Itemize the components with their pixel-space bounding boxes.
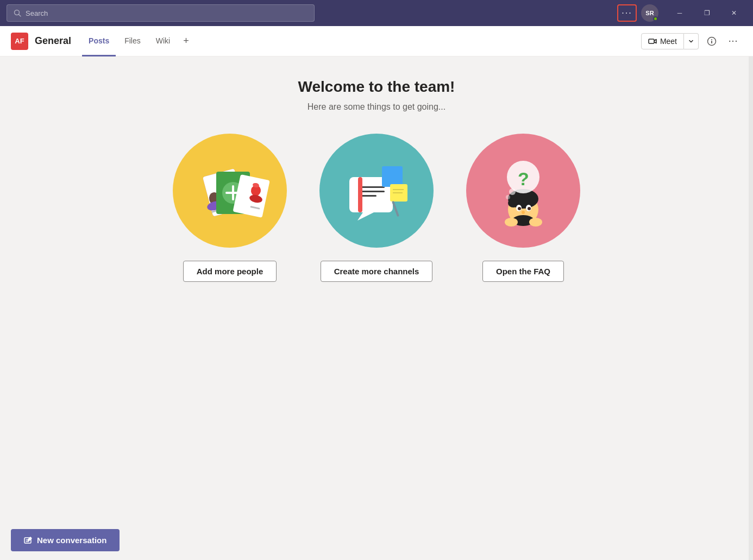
more-options-button[interactable]: ··· <box>617 4 637 22</box>
tab-posts[interactable]: Posts <box>82 27 116 56</box>
svg-rect-2 <box>649 39 654 43</box>
svg-point-43 <box>509 188 516 195</box>
ellipsis-icon: ··· <box>729 37 738 46</box>
channel-tabs: Posts Files Wiki + <box>82 26 641 56</box>
scrollbar[interactable] <box>749 56 753 560</box>
new-conversation-button[interactable]: New conversation <box>11 529 120 551</box>
titlebar-right: ··· SR ─ ❐ ✕ <box>617 4 746 22</box>
tab-files[interactable]: Files <box>118 27 147 56</box>
welcome-section: Welcome to the team! Here are some thing… <box>0 56 753 520</box>
svg-point-36 <box>518 207 521 210</box>
welcome-subtitle: Here are some things to get going... <box>0 102 753 112</box>
welcome-title: Welcome to the team! <box>0 78 753 96</box>
info-icon <box>707 36 717 46</box>
svg-marker-21 <box>357 212 374 221</box>
minimize-button[interactable]: ─ <box>667 4 692 22</box>
svg-point-41 <box>529 218 542 226</box>
header-actions: Meet ··· <box>641 33 742 50</box>
tab-wiki[interactable]: Wiki <box>149 27 177 56</box>
svg-line-1 <box>19 15 21 17</box>
channel-more-button[interactable]: ··· <box>725 33 742 50</box>
new-conversation-bar: New conversation <box>0 520 753 560</box>
svg-point-40 <box>505 218 518 226</box>
meet-dropdown-button[interactable] <box>684 33 699 49</box>
add-more-people-button[interactable]: Add more people <box>183 261 277 282</box>
svg-rect-24 <box>360 195 376 197</box>
action-cards: Add more people <box>0 134 753 282</box>
search-bar[interactable]: Search <box>7 4 315 22</box>
svg-point-37 <box>528 207 531 210</box>
online-status-indicator <box>653 16 658 21</box>
restore-button[interactable]: ❐ <box>694 4 719 22</box>
channel-name: General <box>35 35 71 47</box>
open-faq-card: ? Open the FAQ <box>466 134 580 282</box>
close-button[interactable]: ✕ <box>721 4 746 22</box>
main-content: Welcome to the team! Here are some thing… <box>0 56 753 560</box>
search-placeholder: Search <box>26 9 48 17</box>
svg-rect-28 <box>392 201 399 217</box>
compose-icon <box>24 536 33 545</box>
svg-rect-25 <box>358 177 362 212</box>
channel-header: AF General Posts Files Wiki + Meet <box>0 26 753 56</box>
meet-button-group: Meet <box>641 33 699 49</box>
info-button[interactable] <box>703 33 720 50</box>
open-faq-button[interactable]: Open the FAQ <box>482 261 564 282</box>
svg-rect-5 <box>711 41 712 43</box>
meet-button[interactable]: Meet <box>641 33 684 49</box>
user-avatar-button[interactable]: SR <box>641 4 658 22</box>
svg-point-38 <box>522 211 525 214</box>
svg-rect-22 <box>360 186 385 188</box>
video-icon <box>648 37 657 46</box>
svg-rect-26 <box>382 166 403 187</box>
svg-point-44 <box>506 195 510 199</box>
svg-text:?: ? <box>518 168 529 189</box>
add-people-illustration <box>173 134 287 248</box>
open-faq-illustration: ? <box>466 134 580 248</box>
team-avatar: AF <box>11 33 28 50</box>
svg-point-4 <box>711 39 712 40</box>
create-channels-illustration <box>319 134 434 248</box>
svg-rect-23 <box>360 191 385 192</box>
titlebar: Search ··· SR ─ ❐ ✕ <box>0 0 753 26</box>
search-icon <box>14 9 21 17</box>
chevron-down-icon <box>688 39 694 44</box>
create-more-channels-button[interactable]: Create more channels <box>321 261 433 282</box>
add-tab-button[interactable]: + <box>179 26 193 56</box>
window-controls: ─ ❐ ✕ <box>667 4 746 22</box>
create-channels-card: Create more channels <box>319 134 434 282</box>
add-people-card: Add more people <box>173 134 287 282</box>
